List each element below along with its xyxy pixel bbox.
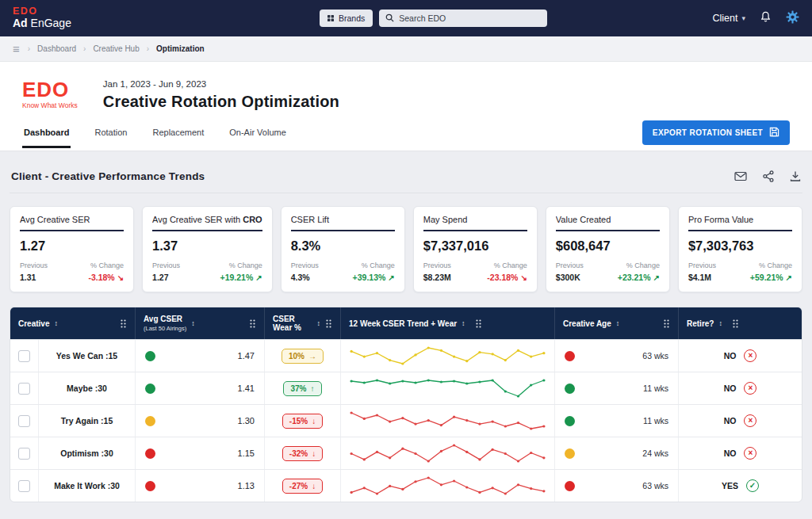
global-search[interactable] <box>379 10 547 27</box>
wear-badge: -27%↓ <box>282 479 323 494</box>
column-header-avg-cser[interactable]: Avg CSER(Last 50 Airings) ↕ <box>136 307 265 339</box>
trend-arrow-icon: ↘ <box>520 273 527 282</box>
wear-arrow-icon: → <box>308 352 316 361</box>
kpi-value: 1.27 <box>20 239 124 254</box>
column-header-cser-wear[interactable]: CSER Wear % ↕ <box>265 307 341 339</box>
tab-rotation[interactable]: Rotation <box>93 123 128 148</box>
edo-know-what-works-logo: EDO Know What Works <box>22 79 78 109</box>
logo-product-bold: Ad <box>13 17 28 29</box>
edo-ad-engage-logo[interactable]: EDO Ad EnGage <box>13 6 71 29</box>
creative-name[interactable]: Optimism :30 <box>39 448 135 458</box>
drag-handle-icon[interactable] <box>249 319 256 329</box>
creative-name[interactable]: Maybe :30 <box>39 384 135 393</box>
retire-status-icon[interactable]: ✓ <box>746 479 759 492</box>
kpi-avg-creative-ser-with-cro: Avg Creative SER with CRO 1.37 Previous1… <box>142 206 273 292</box>
tab-dashboard[interactable]: Dashboard <box>22 123 71 148</box>
share-button[interactable] <box>763 170 774 182</box>
export-rotation-sheet-button[interactable]: EXPORT ROTATION SHEET <box>642 120 790 145</box>
change-value: -23.18%↘ <box>487 273 527 282</box>
kpi-label: Pro Forma Value <box>688 215 792 231</box>
creative-name[interactable]: Try Again :15 <box>39 416 135 426</box>
change-label: % Change <box>487 261 527 269</box>
bell-icon <box>760 10 772 26</box>
creative-name[interactable]: Yes We Can :15 <box>39 351 135 361</box>
top-navbar: EDO Ad EnGage Brands Client ▾ <box>0 0 812 36</box>
creative-name[interactable]: Make It Work :30 <box>39 481 135 490</box>
download-button[interactable] <box>790 170 801 182</box>
column-header-retire[interactable]: Retire? ↕ <box>679 307 802 339</box>
retire-value: YES <box>722 481 738 490</box>
row-checkbox[interactable] <box>18 415 30 427</box>
checkbox-cell <box>10 405 39 437</box>
date-range[interactable]: Jan 1, 2023 - Jun 9, 2023 <box>103 79 339 89</box>
brands-button[interactable]: Brands <box>320 10 373 27</box>
wear-badge: 10%→ <box>282 349 324 364</box>
checkbox-cell <box>10 372 39 404</box>
kpi-label: Avg Creative SER with CRO <box>152 215 262 231</box>
tab-replacement[interactable]: Replacement <box>151 123 205 148</box>
trend-arrow-icon: ↗ <box>255 273 262 282</box>
retire-status-icon[interactable]: × <box>744 447 756 460</box>
drag-handle-icon[interactable] <box>120 319 127 329</box>
search-input[interactable] <box>399 13 541 23</box>
chevron-down-icon: ▾ <box>741 14 745 22</box>
sort-icon[interactable]: ↕ <box>616 319 620 327</box>
sort-icon[interactable]: ↕ <box>718 319 722 327</box>
breadcrumb-dashboard[interactable]: Dashboard <box>37 44 76 53</box>
drag-handle-icon[interactable] <box>325 319 332 329</box>
column-header-creative[interactable]: Creative ↕ <box>10 307 136 339</box>
previous-label: Previous <box>423 261 451 269</box>
wear-arrow-icon: ↑ <box>311 384 315 393</box>
row-checkbox[interactable] <box>18 350 30 362</box>
retire-status-icon[interactable]: × <box>744 382 756 395</box>
sort-icon[interactable]: ↕ <box>54 319 58 327</box>
retire-status-icon[interactable]: × <box>744 349 756 362</box>
drag-handle-icon[interactable] <box>663 319 670 329</box>
previous-label: Previous <box>152 261 180 269</box>
row-checkbox[interactable] <box>18 383 30 395</box>
sort-icon[interactable]: ↕ <box>317 319 321 327</box>
breadcrumb: ≡ › Dashboard › Creative Hub › Optimizat… <box>0 36 812 62</box>
creative-age-value: 63 wks <box>642 481 668 490</box>
drag-handle-icon[interactable] <box>732 319 739 329</box>
email-button[interactable] <box>734 171 747 181</box>
checkbox-cell <box>10 470 39 502</box>
cser-value: 1.15 <box>238 448 255 458</box>
client-dropdown[interactable]: Client ▾ <box>713 13 746 24</box>
tab-on-air-volume[interactable]: On-Air Volume <box>228 123 288 148</box>
sort-icon[interactable]: ↕ <box>462 319 465 327</box>
breadcrumb-separator-icon: › <box>83 44 86 53</box>
wear-arrow-icon: ↓ <box>312 449 316 458</box>
kpi-cser-lift: CSER Lift 8.3% Previous4.3% % Change+39.… <box>281 206 405 292</box>
column-header-trend[interactable]: 12 Week CSER Trend + Wear ↕ <box>341 307 555 339</box>
cser-value: 1.41 <box>238 384 255 393</box>
trend-arrow-icon: ↗ <box>388 273 394 282</box>
table-row: Optimism :30 1.15 -32%↓ 24 wks NO× <box>10 437 802 469</box>
settings-button[interactable] <box>786 10 799 27</box>
sort-icon[interactable]: ↕ <box>191 319 195 327</box>
creative-age-value: 11 wks <box>643 416 668 426</box>
kpi-label: Value Created <box>556 215 660 231</box>
save-icon <box>769 127 779 139</box>
breadcrumb-creative-hub[interactable]: Creative Hub <box>93 44 139 53</box>
change-value: +23.21%↗ <box>618 273 660 282</box>
navbar-right: Client ▾ <box>713 10 800 27</box>
edo-logo-text: EDO <box>22 79 78 100</box>
kpi-label: CSER Lift <box>291 215 395 231</box>
column-header-creative-age[interactable]: Creative Age ↕ <box>555 307 679 339</box>
retire-status-icon[interactable]: × <box>744 414 756 427</box>
trend-arrow-icon: ↗ <box>786 273 792 282</box>
row-checkbox[interactable] <box>18 448 30 460</box>
change-value: -3.18%↘ <box>88 273 124 282</box>
drag-handle-icon[interactable] <box>475 319 482 329</box>
cser-trend-sparkline <box>349 410 546 431</box>
creatives-table: Creative ↕ Avg CSER(Last 50 Airings) ↕ C… <box>10 307 802 502</box>
trend-arrow-icon: ↗ <box>653 273 660 282</box>
kpi-value: 1.37 <box>152 239 262 254</box>
section-title: Client - Creative Performance Trends <box>11 170 205 182</box>
menu-icon[interactable]: ≡ <box>13 42 20 55</box>
page-title: Creative Rotation Optimization <box>103 93 339 111</box>
row-checkbox[interactable] <box>18 480 30 492</box>
notifications-button[interactable] <box>760 10 772 26</box>
table-header-row: Creative ↕ Avg CSER(Last 50 Airings) ↕ C… <box>10 307 802 339</box>
